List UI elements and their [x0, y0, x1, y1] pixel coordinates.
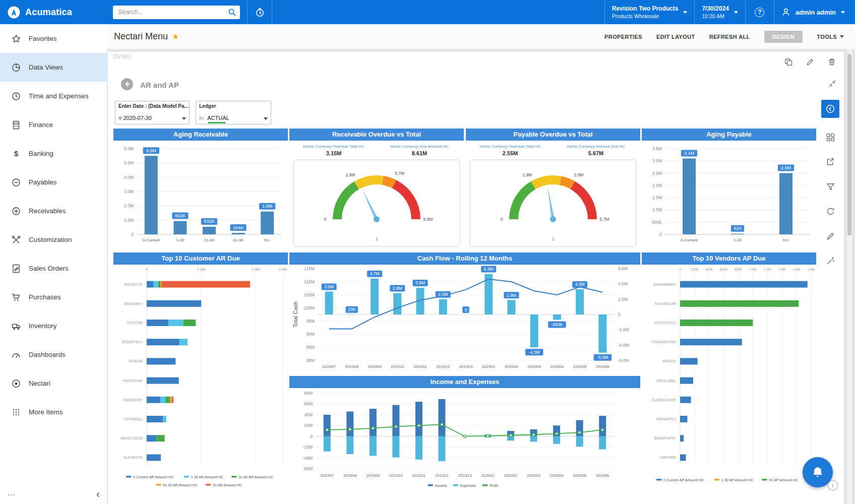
sidebar-item-more-items[interactable]: More Items: [0, 398, 107, 426]
svg-text:FOODWESTER: FOODWESTER: [651, 340, 676, 344]
svg-text:Income: Income: [435, 483, 447, 488]
sidebar-item-payables[interactable]: Payables: [0, 168, 107, 197]
svg-text:201910: 201910: [391, 364, 404, 369]
edit-layout-button[interactable]: EDIT LAYOUT: [656, 34, 695, 40]
design-button[interactable]: DESIGN: [764, 31, 803, 43]
document-pencil-icon: [11, 264, 21, 274]
copy-icon[interactable]: [784, 58, 792, 66]
sidebar-item-label: Data Views: [29, 64, 63, 71]
properties-button[interactable]: PROPERTIES: [604, 34, 642, 40]
sidebar-item-purchases[interactable]: Purchases: [0, 283, 107, 311]
sidebar-item-label: Payables: [29, 178, 57, 186]
tools-label: TOOLS: [817, 34, 837, 40]
top-customers-card: Top 10 Customer AR Due 01.0M2.0M2.5MWIDG…: [113, 253, 288, 494]
widgets-button[interactable]: [821, 128, 839, 146]
help-button[interactable]: ?: [746, 0, 774, 24]
svg-text:BANKAMERIC: BANKAMERIC: [653, 283, 676, 286]
svg-text:3.3M: 3.3M: [575, 282, 585, 287]
refresh-button[interactable]: [821, 202, 839, 220]
svg-text:0: 0: [659, 232, 662, 237]
svg-text:-693K: -693K: [552, 322, 563, 327]
info-button[interactable]: i: [828, 480, 838, 490]
timer-button[interactable]: [248, 0, 272, 24]
ledger-filter[interactable]: Ledger InACTUAL: [196, 101, 271, 124]
svg-text:Profit: Profit: [490, 483, 498, 488]
svg-text:$: $: [14, 149, 18, 157]
svg-text:1.0M: 1.0M: [749, 268, 756, 271]
tools-menu-button[interactable]: TOOLS: [817, 34, 844, 40]
sidebar-item-label: Nectari: [29, 380, 50, 387]
sidebar-item-dashboards[interactable]: Dashboards: [0, 340, 107, 369]
chart-title: Aging Receivable: [113, 129, 288, 141]
acumatica-logo[interactable]: Acumatica: [0, 6, 107, 19]
delete-trash-icon[interactable]: [828, 58, 836, 66]
cash-flow-card: Cash Flow - Rolling 12 Months 115M110M10…: [289, 253, 640, 374]
svg-text:3.5M: 3.5M: [415, 280, 425, 285]
export-button[interactable]: [821, 153, 839, 171]
sidebar-item-label: Inventory: [29, 322, 57, 330]
more-options-button[interactable]: ⋯: [7, 490, 15, 499]
star-icon: [11, 34, 21, 44]
collapse-dashboard-button[interactable]: [828, 79, 837, 88]
svg-text:MICROCHIP: MICROCHIP: [123, 379, 143, 383]
svg-text:95M: 95M: [306, 319, 315, 324]
svg-text:202003: 202003: [527, 364, 541, 369]
svg-text:532K: 532K: [204, 219, 214, 224]
collapse-sidebar-button[interactable]: ‹: [96, 489, 100, 500]
svg-text:4.7M: 4.7M: [370, 271, 380, 276]
edit-button[interactable]: [821, 227, 839, 245]
design-wand-button[interactable]: [821, 251, 839, 270]
sidebar-item-data-views[interactable]: Data Views: [0, 53, 107, 82]
company-selector[interactable]: Revision Two Products Products Wholesale: [605, 0, 695, 24]
svg-text:1.0M: 1.0M: [197, 267, 206, 272]
svg-text:1 30 AR Amount HC: 1 30 AR Amount HC: [191, 475, 223, 479]
company-name: Revision Two Products: [612, 5, 679, 13]
svg-text:20M: 20M: [304, 423, 313, 428]
edit-pencil-icon[interactable]: [806, 58, 814, 66]
svg-text:TOLIVERCAR: TOLIVERCAR: [654, 302, 676, 305]
svg-text:SNOSHORT: SNOSHORT: [124, 398, 143, 402]
sidebar-item-time-and-expenses[interactable]: Time and Expenses: [0, 82, 107, 110]
top-vendors-card: Top 10 Vendors AP Due 0200K400K600K800K1…: [642, 253, 816, 494]
svg-text:1: 1: [375, 236, 378, 241]
business-date-selector[interactable]: 7/30/2024 10:20 AM: [695, 0, 745, 24]
svg-text:INDGLOBAL: INDGLOBAL: [656, 379, 676, 383]
grid-dots-icon: [11, 407, 21, 417]
back-button[interactable]: [121, 78, 133, 90]
sidebar-item-banking[interactable]: $Banking: [0, 139, 107, 168]
sidebar-item-nectari[interactable]: Nectari: [0, 369, 107, 398]
svg-text:ELEVATION: ELEVATION: [124, 456, 143, 459]
sidebar-item-receivables[interactable]: Receivables: [0, 197, 107, 225]
svg-text:0-Current: 0-Current: [143, 238, 160, 242]
scrollbar-thumb[interactable]: [847, 54, 851, 235]
refresh-all-button[interactable]: REFRESH ALL: [709, 34, 750, 40]
sidebar-item-inventory[interactable]: Inventory: [0, 311, 107, 340]
svg-text:85M: 85M: [306, 345, 315, 350]
sidebar-item-favorites[interactable]: Favorites: [0, 24, 107, 53]
user-menu[interactable]: admin admin: [774, 0, 855, 24]
svg-text:4.0M: 4.0M: [618, 281, 628, 286]
svg-text:-4.3M: -4.3M: [529, 350, 540, 355]
svg-text:WIDGETCE: WIDGETCE: [124, 283, 143, 286]
svg-text:91 AP Amount HC: 91 AP Amount HC: [769, 478, 798, 482]
svg-text:FDIAGRI: FDIAGRI: [129, 359, 143, 363]
favorite-star-icon[interactable]: ★: [172, 32, 179, 41]
search-icon[interactable]: [228, 8, 236, 17]
sidebar-item-customization[interactable]: Customization: [0, 225, 107, 254]
top-vendors-chart: 0200K400K600K800K1.0M1.2M1.4M1.6M1.8MBAN…: [642, 265, 816, 493]
sidebar-item-finance[interactable]: Finance: [0, 110, 107, 139]
collapse-toolbar-button[interactable]: [821, 100, 839, 118]
svg-text:0: 0: [310, 434, 313, 439]
svg-text:0: 0: [146, 267, 148, 272]
chevron-down-icon: [734, 11, 738, 14]
enter-date-filter[interactable]: Enter Date : (Data Model Pa... = 2020-07…: [115, 101, 190, 124]
sidebar-item-sales-orders[interactable]: Sales Orders: [0, 254, 107, 283]
svg-text:0: 0: [618, 312, 621, 317]
chart-title: Receivable Overdue vs Total: [289, 129, 464, 141]
chevron-down-icon: [264, 117, 268, 120]
search-input[interactable]: [113, 6, 240, 19]
svg-text:105M: 105M: [304, 292, 315, 297]
filter-label: Ledger: [196, 101, 271, 109]
filter-button[interactable]: [821, 177, 839, 196]
svg-text:3.15M: 3.15M: [326, 150, 342, 156]
